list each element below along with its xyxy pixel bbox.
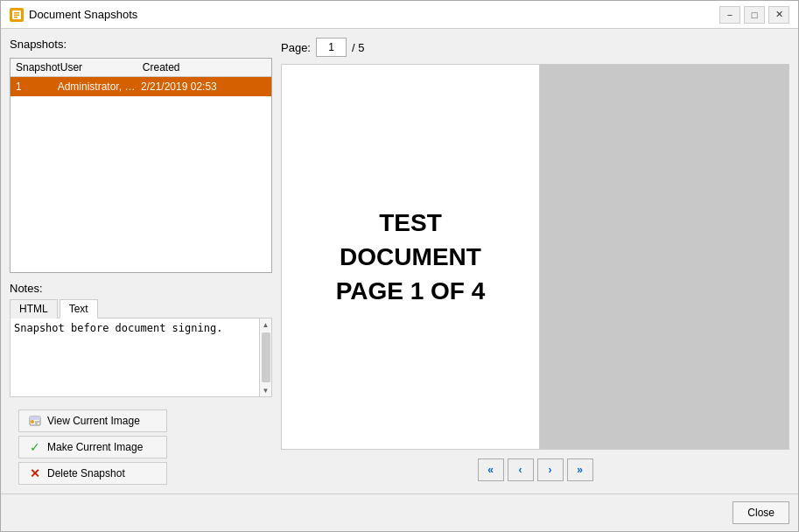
doc-line1: TEST bbox=[336, 206, 486, 240]
minimize-button[interactable]: − bbox=[719, 6, 740, 24]
delete-snapshot-button[interactable]: ✕ Delete Snapshot bbox=[18, 462, 167, 485]
page-number-input[interactable] bbox=[316, 38, 347, 57]
action-buttons: View Current Image ✓ Make Current Image … bbox=[10, 410, 272, 485]
document-gray-area bbox=[540, 65, 788, 449]
footer: Close bbox=[1, 494, 798, 531]
notes-section: Notes: HTML Text ▲ ▼ bbox=[10, 282, 272, 397]
document-viewer: TEST DOCUMENT PAGE 1 OF 4 bbox=[281, 64, 789, 450]
col-user: User bbox=[60, 61, 143, 74]
scroll-up-arrow[interactable]: ▲ bbox=[260, 318, 272, 331]
view-image-icon bbox=[28, 414, 42, 428]
left-panel: Snapshots: Snapshot User Created 1 Admin… bbox=[10, 38, 272, 485]
svg-point-6 bbox=[31, 420, 34, 424]
view-current-image-label: View Current Image bbox=[47, 415, 140, 427]
svg-rect-5 bbox=[30, 416, 40, 420]
main-window: Document Snapshots − □ ✕ Snapshots: Snap… bbox=[0, 0, 799, 532]
scroll-thumb bbox=[262, 332, 270, 382]
svg-rect-1 bbox=[14, 12, 19, 14]
svg-rect-2 bbox=[14, 14, 19, 16]
first-page-button[interactable]: « bbox=[478, 458, 504, 481]
col-snapshot: Snapshot bbox=[16, 61, 60, 74]
close-button[interactable]: Close bbox=[732, 501, 789, 524]
tab-text[interactable]: Text bbox=[60, 299, 98, 318]
table-header: Snapshot User Created bbox=[11, 59, 271, 77]
page-total: / 5 bbox=[352, 41, 364, 54]
close-window-button[interactable]: ✕ bbox=[768, 6, 789, 24]
snapshots-label: Snapshots: bbox=[10, 38, 272, 51]
scroll-down-arrow[interactable]: ▼ bbox=[260, 384, 272, 396]
prev-page-button[interactable]: ‹ bbox=[508, 458, 534, 481]
snapshots-table: Snapshot User Created 1 Administrator, p… bbox=[10, 58, 272, 273]
make-current-image-label: Make Current Image bbox=[47, 441, 143, 453]
make-current-image-button[interactable]: ✓ Make Current Image bbox=[18, 436, 167, 458]
notes-scrollbar[interactable]: ▲ ▼ bbox=[259, 318, 271, 396]
cell-snapshot: 1 bbox=[16, 80, 58, 93]
view-current-image-button[interactable]: View Current Image bbox=[18, 410, 167, 432]
tab-html[interactable]: HTML bbox=[10, 299, 58, 318]
delete-icon: ✕ bbox=[28, 466, 42, 480]
page-nav-bottom: « ‹ › » bbox=[281, 455, 789, 485]
notes-content-area: ▲ ▼ bbox=[10, 318, 272, 397]
table-row[interactable]: 1 Administrator, pVault 2/21/2019 02:53 bbox=[11, 77, 271, 96]
page-nav-top: Page: / 5 bbox=[281, 38, 789, 57]
app-icon bbox=[10, 8, 24, 22]
title-bar: Document Snapshots − □ ✕ bbox=[1, 1, 798, 29]
last-page-button[interactable]: » bbox=[567, 458, 593, 481]
notes-textarea[interactable] bbox=[14, 322, 256, 393]
col-created: Created bbox=[143, 61, 266, 74]
cell-created: 2/21/2019 02:53 bbox=[141, 80, 266, 93]
maximize-button[interactable]: □ bbox=[744, 6, 765, 24]
svg-rect-3 bbox=[14, 17, 18, 18]
right-panel: Page: / 5 TEST DOCUMENT PAGE 1 OF 4 « bbox=[281, 38, 789, 485]
checkmark-icon: ✓ bbox=[28, 440, 42, 454]
document-page: TEST DOCUMENT PAGE 1 OF 4 bbox=[282, 65, 540, 449]
window-title: Document Snapshots bbox=[29, 8, 137, 21]
notes-label: Notes: bbox=[10, 282, 43, 295]
doc-line3: PAGE 1 OF 4 bbox=[336, 274, 486, 308]
delete-snapshot-label: Delete Snapshot bbox=[47, 467, 125, 480]
title-bar-left: Document Snapshots bbox=[10, 8, 137, 22]
doc-line2: DOCUMENT bbox=[336, 240, 486, 274]
cell-user: Administrator, pVault bbox=[58, 80, 141, 93]
document-content: TEST DOCUMENT PAGE 1 OF 4 bbox=[336, 206, 486, 309]
window-controls: − □ ✕ bbox=[719, 6, 789, 24]
next-page-button[interactable]: › bbox=[537, 458, 564, 481]
content-area: Snapshots: Snapshot User Created 1 Admin… bbox=[1, 29, 798, 494]
notes-tabs: HTML Text bbox=[10, 298, 272, 318]
page-label: Page: bbox=[281, 41, 311, 54]
